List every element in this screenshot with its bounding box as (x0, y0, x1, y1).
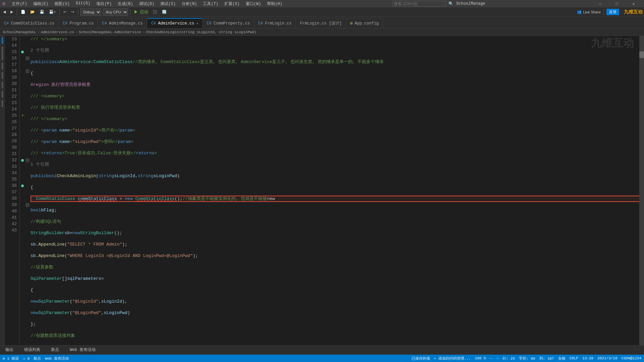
bottom-tab-errors[interactable]: 错误列表 (21, 346, 43, 354)
param-sloginid: sLoginId (114, 173, 135, 179)
menu-tools[interactable]: 工具(T) (200, 0, 221, 7)
tab-adminservice[interactable]: C# AdminService.cs ✕ (147, 18, 203, 28)
status-line[interactable]: 行: 25 (502, 356, 515, 361)
bottom-tab-newpoint[interactable]: 新点 (48, 346, 62, 354)
menu-extensions[interactable]: 扩展(X) (222, 0, 243, 7)
tab-commproperty[interactable]: C# CommProperty.cs (203, 18, 254, 28)
sidebar-icon-3[interactable] (2, 63, 3, 69)
run-button[interactable]: ▶ 启动 (132, 9, 150, 15)
tab-adminmanage[interactable]: C# AdminManage.cs (98, 18, 147, 28)
toolbar-back-button[interactable]: ◀ (1, 8, 7, 16)
collapse-ind-39[interactable]: - (25, 202, 31, 208)
line-num-21: 21 (5, 87, 17, 93)
menu-build[interactable]: 生成(B) (115, 0, 136, 7)
status-new-point[interactable]: 新点 (34, 356, 41, 361)
redo-button[interactable]: ↪ (69, 8, 76, 16)
bottom-tab-publish[interactable]: Web 发布活动 (67, 346, 98, 354)
save-all-button[interactable]: 💾+ (47, 8, 57, 16)
tab-adminservice-close-icon[interactable]: ✕ (196, 21, 198, 25)
tab-appconfig-label: App.config (355, 21, 379, 26)
collapse-ind-34 (25, 170, 31, 176)
restart-button[interactable]: 🔄 (160, 8, 168, 16)
feedback-button[interactable]: 反馈 (606, 9, 619, 15)
tab-commstaticclass[interactable]: C# CommStaticClass.cs (0, 18, 59, 28)
collapse-btn-39[interactable]: - (26, 203, 29, 207)
status-add-source[interactable]: + 添加到代码管理... (434, 356, 471, 361)
undo-button[interactable]: ↩ (62, 8, 68, 16)
sidebar-icon-2[interactable] (2, 47, 3, 60)
gutter-43 (20, 227, 25, 234)
sidebar-icon-6[interactable] (2, 91, 3, 98)
menu-debug[interactable]: 调试(D) (137, 0, 157, 7)
status-col[interactable]: 字符: 89 (519, 356, 535, 361)
method-appendline-31: AppendLine (38, 241, 64, 248)
status-publish[interactable]: Web 发布活动 (45, 356, 68, 361)
collapse-ind-13 (25, 36, 31, 42)
menu-git[interactable]: Git(G) (73, 0, 93, 7)
collapse-ind-32[interactable]: - (25, 157, 31, 163)
menu-window[interactable]: 窗口(W) (243, 0, 264, 7)
stop-button[interactable]: ⬛ (151, 8, 159, 16)
toolbar-forward-button[interactable]: ▶ (9, 8, 15, 16)
status-nav-fwd[interactable]: → (496, 356, 498, 360)
close-button[interactable]: ✕ (626, 0, 641, 7)
tab-frmlogin[interactable]: C# FrmLogin.cs (254, 18, 296, 28)
breadcrumb-namespace[interactable]: SchoolManageDAL.AdminService (79, 30, 141, 34)
gutter-dot-32 (21, 159, 24, 162)
vertical-scrollbar[interactable] (639, 36, 644, 345)
menu-test[interactable]: 测试(S) (158, 0, 178, 7)
save-button[interactable]: 💾 (38, 8, 46, 16)
tab-frmlogin-design[interactable]: FrmLogin.cs [设计] (296, 18, 346, 28)
menu-file[interactable]: 文件(F) (9, 0, 30, 7)
sidebar-icon-4[interactable] (2, 72, 3, 79)
breadcrumb-method[interactable]: CheckAdminLogin(string sLoginId, string … (146, 30, 257, 34)
line-num-34: 34 (5, 170, 17, 176)
code-area[interactable]: /// </summary> 2 个引用 public class AdminS… (31, 36, 644, 345)
menu-edit[interactable]: 编辑(E) (31, 0, 51, 7)
string-loginid: "@LoginId" (72, 298, 99, 305)
line-num-20: 20 (5, 81, 17, 87)
new-project-button[interactable]: 📄 (19, 8, 27, 16)
status-encoding[interactable]: 全格 (558, 356, 566, 361)
kw-new-27: new (125, 196, 132, 201)
collapse-btn-16[interactable]: - (26, 57, 29, 60)
status-errors[interactable]: ⊗ 1 错误 (3, 356, 19, 361)
maximize-button[interactable]: □ (609, 0, 625, 7)
bottom-tab-output[interactable]: 输出 (3, 346, 16, 354)
platform-dropdown[interactable]: Any CPU (103, 8, 128, 16)
tab-appconfig[interactable]: ⚙ App.config (346, 18, 383, 28)
code-line-15: public class AdminService : CommStaticCl… (31, 59, 644, 65)
menu-view[interactable]: 视图(V) (52, 0, 72, 7)
collapse-ind-16[interactable]: - (25, 55, 31, 61)
sidebar-icon-5[interactable] (2, 82, 3, 88)
status-nav-back[interactable]: ← (490, 356, 492, 360)
status-ch[interactable]: 列: 107 (539, 356, 554, 361)
menu-analyze[interactable]: 分析(N) (179, 0, 200, 7)
line-num-13: 13 (5, 36, 17, 42)
collapse-ind-18[interactable]: - (25, 68, 31, 74)
sidebar-icon-1[interactable] (2, 37, 3, 44)
menu-help[interactable]: 帮助(H) (264, 0, 285, 7)
open-button[interactable]: 📂 (29, 8, 37, 16)
menu-project[interactable]: 项目(P) (94, 0, 114, 7)
breadcrumb-file[interactable]: AdminService.cs (41, 30, 74, 34)
status-warnings[interactable]: ⚠ 0 (23, 356, 30, 361)
live-share-button[interactable]: 👥 Live Share (577, 10, 601, 14)
comment-19: /// 执行管理员登录检查 (31, 104, 80, 111)
breadcrumb-project[interactable]: SchoolManageDAL (3, 30, 36, 34)
collapse-btn-32[interactable]: - (26, 159, 29, 162)
debug-config-dropdown[interactable]: Debug (80, 8, 101, 16)
separator-1 (17, 9, 17, 15)
code-line-19: /// 执行管理员登录检查 (31, 104, 644, 111)
scrollbar-thumb[interactable] (639, 51, 644, 58)
tab-adminmanage-label: AdminManage.cs (109, 21, 143, 26)
status-zoom[interactable]: 160 % (475, 356, 486, 360)
method-appendline-32: AppendLine (38, 253, 64, 259)
status-lineending[interactable]: CRLF (570, 356, 578, 360)
sidebar-icon-7[interactable] (2, 100, 3, 107)
search-input[interactable] (392, 1, 446, 7)
minimize-button[interactable]: — (592, 0, 608, 7)
tab-program[interactable]: C# Program.cs (59, 18, 98, 28)
collapse-ind-29 (25, 138, 31, 144)
collapse-btn-18[interactable]: - (26, 69, 29, 73)
